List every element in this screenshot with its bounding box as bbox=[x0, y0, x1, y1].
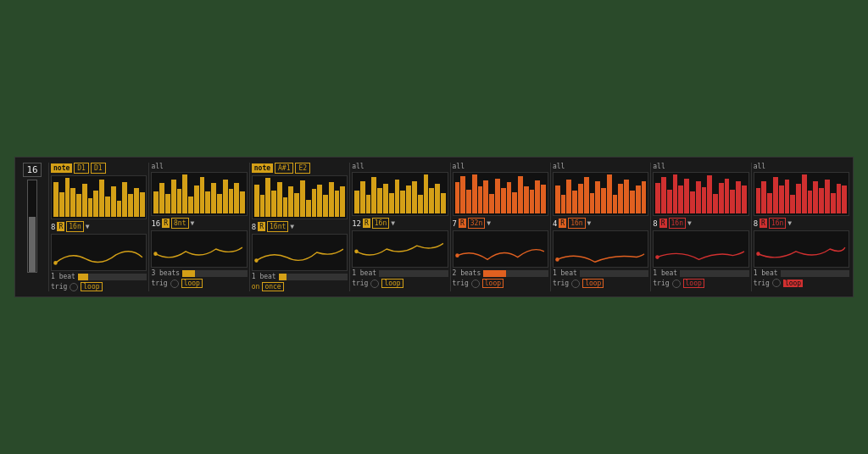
lane3-steps[interactable]: 8 bbox=[252, 223, 256, 231]
lane6-loop-label[interactable]: loop bbox=[582, 279, 604, 288]
lane5-rate-arrow[interactable]: ▼ bbox=[487, 219, 491, 227]
lane2-bar-6[interactable] bbox=[188, 197, 193, 213]
lane2-steps[interactable]: 16 bbox=[151, 219, 160, 228]
lane1-bar-8[interactable] bbox=[99, 180, 104, 217]
lane3-bar-6[interactable] bbox=[288, 186, 293, 217]
lane7-loop-label[interactable]: loop bbox=[683, 279, 704, 288]
lane3-type-tag[interactable]: note bbox=[252, 163, 273, 173]
lane7-bar-13[interactable] bbox=[730, 190, 735, 213]
lane2-bar-8[interactable] bbox=[200, 177, 205, 213]
lane1-bar-7[interactable] bbox=[93, 191, 98, 217]
lane3-rate[interactable]: 16nt bbox=[267, 221, 288, 232]
lane5-bar-1[interactable] bbox=[460, 176, 465, 213]
lane2-bar-1[interactable] bbox=[159, 183, 164, 213]
lane8-steps[interactable]: 8 bbox=[754, 219, 758, 228]
lane4-bar-9[interactable] bbox=[406, 185, 411, 213]
lane2-bar-12[interactable] bbox=[223, 180, 228, 213]
lane8-bar-5[interactable] bbox=[785, 180, 790, 213]
lane7-trig-label[interactable]: trig bbox=[653, 280, 669, 287]
lane4-bar-15[interactable] bbox=[441, 193, 446, 213]
lane5-trig-label[interactable]: trig bbox=[453, 280, 469, 287]
lane1-bar-1[interactable] bbox=[59, 192, 64, 217]
lane6-bar-2[interactable] bbox=[566, 180, 571, 213]
lane6-rate[interactable]: 16n bbox=[568, 218, 585, 229]
lane1-loop-label[interactable]: loop bbox=[81, 282, 102, 291]
lane8-bar-1[interactable] bbox=[761, 181, 766, 213]
lane3-bar-0[interactable] bbox=[254, 185, 259, 217]
lane8-trig-label[interactable]: trig bbox=[754, 280, 770, 287]
lane7-bar-14[interactable] bbox=[736, 181, 741, 213]
lane1-bar-6[interactable] bbox=[88, 198, 93, 217]
lane4-bar-6[interactable] bbox=[389, 193, 394, 213]
lane4-bar-1[interactable] bbox=[360, 181, 365, 213]
lane8-bar-11[interactable] bbox=[819, 188, 824, 213]
lane7-rate[interactable]: 16n bbox=[669, 218, 686, 229]
lane1-bar-13[interactable] bbox=[128, 194, 133, 217]
lane2-bar-11[interactable] bbox=[217, 194, 222, 213]
lane1-rate[interactable]: 16n bbox=[66, 221, 83, 232]
global-slider[interactable] bbox=[27, 180, 37, 273]
lane7-bar-4[interactable] bbox=[678, 185, 683, 213]
lane8-bar-15[interactable] bbox=[842, 185, 847, 213]
lane1-trig-circle[interactable] bbox=[70, 283, 78, 291]
lane1-note2[interactable]: D1 bbox=[91, 163, 106, 174]
lane3-bar-11[interactable] bbox=[317, 185, 322, 217]
lane8-trig-circle[interactable] bbox=[772, 279, 781, 287]
lane5-bar-14[interactable] bbox=[535, 180, 540, 213]
lane2-bar-13[interactable] bbox=[229, 189, 234, 213]
lane6-rate-box[interactable]: R bbox=[559, 219, 566, 228]
lane6-steps[interactable]: 4 bbox=[553, 219, 557, 228]
lane5-bar-0[interactable] bbox=[455, 182, 460, 213]
lane4-bar-12[interactable] bbox=[424, 174, 429, 213]
lane5-steps[interactable]: 7 bbox=[453, 219, 457, 228]
lane6-bar-1[interactable] bbox=[561, 195, 566, 213]
lane4-bar-14[interactable] bbox=[435, 184, 440, 213]
lane7-bar-11[interactable] bbox=[719, 183, 724, 213]
lane5-beat-bar[interactable] bbox=[483, 270, 548, 277]
lane3-bar-15[interactable] bbox=[340, 186, 345, 217]
lane3-bar-14[interactable] bbox=[335, 191, 340, 217]
lane7-bar-9[interactable] bbox=[707, 175, 712, 213]
lane6-bar-13[interactable] bbox=[630, 191, 635, 213]
lane7-bar-3[interactable] bbox=[673, 174, 678, 213]
lane6-bar-4[interactable] bbox=[578, 184, 583, 213]
lane6-bar-5[interactable] bbox=[584, 177, 589, 213]
lane5-bar-10[interactable] bbox=[512, 192, 517, 213]
lane3-bar-7[interactable] bbox=[294, 193, 299, 217]
lane1-bar-3[interactable] bbox=[70, 188, 75, 217]
lane2-bar-14[interactable] bbox=[234, 183, 239, 213]
lane3-bar-4[interactable] bbox=[277, 182, 282, 217]
lane2-bar-7[interactable] bbox=[194, 185, 199, 213]
lane4-steps[interactable]: 12 bbox=[352, 219, 361, 228]
lane5-bar-15[interactable] bbox=[541, 185, 546, 214]
lane7-bar-10[interactable] bbox=[713, 194, 718, 213]
lane8-bar-9[interactable] bbox=[808, 191, 813, 213]
lane1-beat-bar[interactable] bbox=[78, 274, 147, 280]
lane8-beat-bar[interactable] bbox=[781, 270, 849, 277]
lane8-bar-8[interactable] bbox=[802, 174, 807, 213]
lane7-rate-box[interactable]: R bbox=[659, 219, 667, 228]
lane1-bar-9[interactable] bbox=[105, 197, 110, 217]
lane3-note1[interactable]: A#1 bbox=[275, 163, 293, 174]
lane7-steps[interactable]: 8 bbox=[653, 219, 657, 228]
lane2-rate-arrow[interactable]: ▼ bbox=[191, 219, 195, 227]
lane1-bar-14[interactable] bbox=[134, 188, 139, 217]
lane6-bar-15[interactable] bbox=[642, 181, 647, 213]
lane8-bar-10[interactable] bbox=[813, 181, 818, 213]
lane7-bar-12[interactable] bbox=[725, 179, 730, 213]
lane2-rate[interactable]: 8nt bbox=[171, 218, 188, 229]
lane1-bar-4[interactable] bbox=[76, 194, 81, 217]
lane3-bar-1[interactable] bbox=[260, 195, 265, 217]
lane5-bar-13[interactable] bbox=[530, 190, 535, 213]
lane6-bar-12[interactable] bbox=[624, 180, 629, 213]
lane6-bar-3[interactable] bbox=[572, 191, 577, 213]
lane3-note2[interactable]: E2 bbox=[295, 163, 310, 174]
lane1-trig-label[interactable]: trig bbox=[51, 283, 67, 291]
lane7-bar-5[interactable] bbox=[684, 179, 689, 213]
lane8-bar-2[interactable] bbox=[767, 193, 772, 213]
lane6-bar-14[interactable] bbox=[636, 185, 641, 213]
lane6-rate-arrow[interactable]: ▼ bbox=[587, 219, 592, 227]
lane1-bar-15[interactable] bbox=[140, 192, 145, 217]
lane4-rate-arrow[interactable]: ▼ bbox=[391, 219, 395, 227]
lane6-trig-circle[interactable] bbox=[571, 280, 580, 288]
